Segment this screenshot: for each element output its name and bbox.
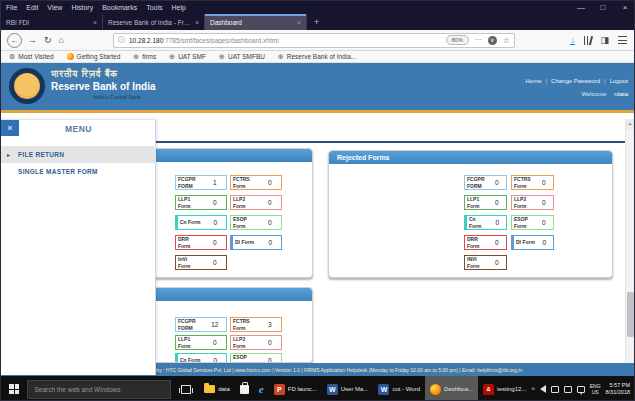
pocket-icon[interactable]: ∨ [488,36,497,45]
form-card-llp2[interactable]: LLP2Form0 [511,195,554,210]
taskbar-app-pdf[interactable]: ∆testing12... [478,376,531,401]
form-card-invi[interactable]: InViForm0 [175,255,227,270]
form-card-invi[interactable]: INVIForm0 [464,255,507,270]
form-card-cn[interactable]: Cn Form0 [175,353,227,363]
bookmark-item[interactable]: ⊕firms [133,53,156,60]
library-icon[interactable] [584,36,592,45]
form-card-label: DRRForm [465,236,488,249]
form-card-cn[interactable]: Cn Form0 [464,215,507,230]
form-card-llp2[interactable]: LLP2Form0 [230,195,282,210]
form-card-label: Cn Form [178,219,204,225]
firefox-window: FileEditViewHistoryBookmarksToolsHelp — … [0,0,635,401]
taskbar-search-input[interactable] [27,380,171,399]
menubar-item-file[interactable]: File [6,4,17,11]
keyboard-icon[interactable] [564,386,572,393]
form-card-label: FCTRSForm [512,176,535,189]
volume-icon[interactable] [540,385,546,393]
zoom-level-badge[interactable]: 80% [446,35,469,45]
form-card-fctrs[interactable]: FCTRSForm0 [511,175,554,190]
form-card-esop[interactable]: ESOPForm0 [230,215,282,230]
form-card-count: 0 [488,239,506,246]
clock[interactable]: 5:57 PM 8/31/2018 [606,382,632,397]
taskbar-app-firefox[interactable]: Dashboa... [425,376,478,401]
windows-logo-icon [9,384,19,394]
network-icon[interactable] [551,386,559,393]
welcome-text: Welcome rdata [581,91,628,97]
bookmark-item[interactable]: Getting Started [67,53,121,60]
tab-close-icon[interactable]: × [297,19,301,26]
form-card-di[interactable]: DI Form0 [511,235,554,250]
form-card-drr[interactable]: DRRForm0 [175,235,227,250]
taskbar-app-powerpoint[interactable]: PFD launc... [269,376,322,401]
start-button[interactable] [1,376,27,401]
form-card-fcgpr[interactable]: FCGPRFORM1 [175,175,227,190]
sidebar-item-single-master-form[interactable]: SINGLE MASTER FORM [1,163,156,180]
home-icon[interactable]: ⌂ [59,36,64,45]
reload-icon[interactable]: ↻ [44,36,52,45]
form-card-esop[interactable]: ESOPForm0 [230,353,282,363]
new-tab-button[interactable]: + [307,14,326,30]
form-card-fctrs[interactable]: FCTRSForm0 [230,175,282,190]
tray-expand-icon[interactable]: ^ [531,386,534,393]
url-bar[interactable]: ⓘ 10.28.2.180 :7785/smf/faces/pages/dash… [113,33,515,48]
hamburger-menu-icon[interactable] [618,36,627,44]
form-card-cn[interactable]: Cn Form0 [175,215,227,230]
taskbar-pinned-ie[interactable]: e [254,376,269,401]
bookmark-item[interactable]: ⚙Most Visited [9,53,54,60]
scrollbar-thumb[interactable] [627,292,634,337]
browser-tab[interactable]: Reserve Bank of India - Frequently× [103,14,205,30]
tab-title: Reserve Bank of India - Frequently [108,19,192,26]
minimize-button[interactable]: — [570,1,592,14]
form-card-esop[interactable]: ESOPForm0 [511,215,554,230]
taskbar-pinned-folder[interactable]: data [199,376,235,401]
vertical-scrollbar[interactable]: ▲ [625,119,634,363]
notification-icon[interactable] [577,386,585,393]
menubar-item-edit[interactable]: Edit [26,4,38,11]
close-button[interactable]: × [614,1,635,14]
form-card-fcgpr[interactable]: FCGPRFORM0 [464,175,507,190]
form-card-di[interactable]: DI Form0 [230,235,282,250]
downloads-icon[interactable]: ↓ [570,36,575,45]
bookmark-item[interactable]: ⊕UAT SMFBU [219,53,265,60]
taskbar-app-word[interactable]: Wcut - Word [373,376,425,401]
back-icon[interactable]: ← [7,33,22,48]
form-card-drr[interactable]: DRRForm0 [464,235,507,250]
tab-close-icon[interactable]: × [195,19,199,26]
page-actions-icon[interactable]: ⋯ [475,36,482,44]
form-card-llp2[interactable]: LLP2Form0 [230,335,282,350]
taskbar-app-word[interactable]: WUser Ma... [322,376,374,401]
form-card-count: 0 [535,199,553,206]
bookmark-star-icon[interactable]: ☆ [503,36,510,45]
taskbar-pinned-store[interactable] [235,376,254,401]
task-view-icon[interactable] [181,385,191,394]
form-card-label-line: FORM [178,325,204,331]
header-link-change-password[interactable]: Change Password [551,78,600,84]
form-card-llp1[interactable]: LLP1Form0 [175,335,227,350]
header-link-home[interactable]: Home [525,78,541,84]
forward-icon[interactable]: → [28,36,37,45]
form-card-fctrs[interactable]: FCTRSForm3 [230,317,282,332]
menubar-item-tools[interactable]: Tools [146,4,162,11]
menubar-item-history[interactable]: History [71,4,93,11]
form-card-label-line: Cn Form [469,216,488,229]
form-card-count: 0 [535,179,553,186]
form-card-llp1[interactable]: LLP1Form0 [464,195,507,210]
header-link-logout[interactable]: Logout [610,78,628,84]
sidebar-toggle-icon[interactable]: ◨ [600,35,609,45]
menubar-item-bookmarks[interactable]: Bookmarks [102,4,137,11]
form-card-llp1[interactable]: LLP1Form0 [175,195,227,210]
sidebar-item-file-return[interactable]: ▸FILE RETURN [1,146,156,163]
maximize-button[interactable]: □ [592,1,614,14]
bookmark-item[interactable]: ⊕Reserve Bank of India... [278,53,356,60]
form-card-count: 0 [204,199,227,206]
bookmark-item[interactable]: ⊕UAT SMF [169,53,206,60]
browser-tab[interactable]: RBI FDI× [1,14,103,30]
language-indicator[interactable]: ENG US [590,383,601,396]
scroll-up-icon[interactable]: ▲ [626,119,634,129]
site-info-icon[interactable]: ⓘ [118,35,125,45]
tab-close-icon[interactable]: × [93,19,97,26]
menubar-item-view[interactable]: View [47,4,62,11]
browser-tab[interactable]: Dashboard× [205,14,307,30]
menubar-item-help[interactable]: Help [172,4,186,11]
form-card-fcgpr[interactable]: FCGPRFORM12 [175,317,227,332]
